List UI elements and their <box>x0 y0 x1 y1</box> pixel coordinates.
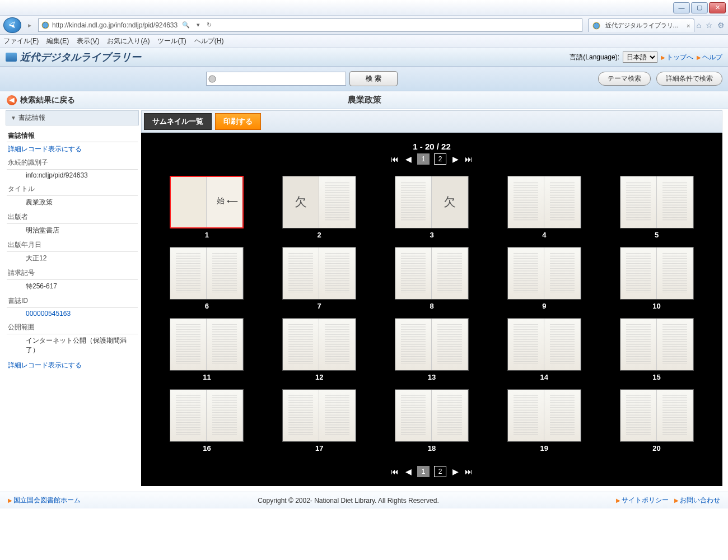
thumbnail-image[interactable] <box>282 389 356 442</box>
thumbnail-item[interactable]: 欠 2 <box>272 176 367 239</box>
prev-page-button[interactable]: ◀ <box>404 155 413 164</box>
search-button[interactable]: 検 索 <box>349 71 397 86</box>
sidebar-section-header[interactable]: ▼ 書誌情報 <box>6 110 139 125</box>
thumbnail-item[interactable]: 5 <box>609 176 704 239</box>
tab-thumbnail[interactable]: サムネイル一覧 <box>144 113 212 130</box>
thumbnail-item[interactable]: 始⟵ 1 <box>159 176 255 239</box>
meta-value: 農業政策 <box>7 196 138 211</box>
thumbnail-item[interactable]: 14 <box>496 318 592 381</box>
address-bar[interactable]: http://kindai.ndl.go.jp/info:ndljp/pid/9… <box>38 18 582 32</box>
back-to-results-link[interactable]: ◀ 検索結果に戻る <box>7 95 75 105</box>
browser-tab[interactable]: 近代デジタルライブラリ... × <box>588 18 694 32</box>
thumbnail-item[interactable]: 7 <box>272 247 367 310</box>
thumbnail-item[interactable]: 11 <box>159 318 255 381</box>
thumbnail-item[interactable]: 10 <box>609 247 704 310</box>
last-page-button[interactable]: ⏭ <box>464 467 473 476</box>
meta-value[interactable]: 000000545163 <box>7 308 138 321</box>
page-right <box>544 390 581 441</box>
thumbnail-item[interactable]: 8 <box>384 247 480 310</box>
thumbnail-image[interactable] <box>170 389 244 442</box>
thumbnail-item[interactable]: 6 <box>159 247 255 310</box>
thumbnail-image[interactable]: 欠 <box>282 176 356 228</box>
meta-value: 特256-617 <box>7 280 138 295</box>
thumbnail-image[interactable] <box>507 176 581 228</box>
prev-page-button[interactable]: ◀ <box>404 467 413 476</box>
tab-close-button[interactable]: × <box>687 22 690 29</box>
browser-back-button[interactable]: ⮘ <box>3 17 21 33</box>
thumbnail-item[interactable]: 4 <box>496 176 592 239</box>
page-right <box>207 390 243 441</box>
advanced-search-button[interactable]: 詳細条件で検索 <box>656 72 722 86</box>
thumbnail-item[interactable]: 12 <box>272 318 367 381</box>
addr-dropdown-icon[interactable]: ▾ <box>194 21 202 29</box>
window-maximize-button[interactable]: ▢ <box>691 2 708 13</box>
theme-search-button[interactable]: テーマ検索 <box>598 72 651 86</box>
thumbnail-item[interactable]: 16 <box>159 389 255 452</box>
next-page-button[interactable]: ▶ <box>451 155 460 164</box>
thumbnail-image[interactable] <box>620 247 694 300</box>
thumbnail-image[interactable] <box>620 176 694 228</box>
thumbnail-item[interactable]: 18 <box>384 389 480 452</box>
site-logo[interactable]: 近代デジタルライブラリー <box>6 50 141 64</box>
thumbnail-image[interactable] <box>170 247 244 300</box>
tab-print[interactable]: 印刷する <box>215 113 261 130</box>
thumbnail-item[interactable]: 19 <box>496 389 592 452</box>
thumbnail-image[interactable] <box>170 318 244 371</box>
menu-item[interactable]: ファイル(F) <box>3 36 39 46</box>
ndl-home-link[interactable]: ▶国立国会図書館ホーム <box>8 496 81 505</box>
last-page-button[interactable]: ⏭ <box>464 155 473 164</box>
thumbnail-image[interactable] <box>620 389 694 442</box>
thumbnail-image[interactable] <box>395 318 469 371</box>
page-right <box>319 248 356 299</box>
thumbnail-image[interactable] <box>282 247 356 300</box>
thumbnail-item[interactable]: 欠 3 <box>384 176 480 239</box>
detail-record-link-bottom[interactable]: 詳細レコード表示にする <box>7 358 138 372</box>
thumbnail-image[interactable] <box>395 247 469 300</box>
page-number-button[interactable]: 2 <box>434 466 446 477</box>
page-left <box>508 390 544 441</box>
menu-item[interactable]: 表示(V) <box>77 36 99 46</box>
thumbnail-image[interactable] <box>507 318 581 371</box>
help-link[interactable]: ▶ヘルプ <box>697 53 722 62</box>
tools-icon[interactable]: ⚙ <box>717 21 725 30</box>
menu-item[interactable]: ツール(T) <box>157 36 186 46</box>
thumbnail-number: 18 <box>428 444 436 452</box>
thumbnail-image[interactable]: 始⟵ <box>170 176 244 228</box>
language-select[interactable]: 日本語 <box>623 52 657 63</box>
window-close-button[interactable]: ✕ <box>709 2 726 13</box>
thumbnail-image[interactable] <box>282 318 356 371</box>
refresh-button[interactable]: ↻ <box>204 21 214 29</box>
thumbnail-item[interactable]: 9 <box>496 247 592 310</box>
search-input[interactable] <box>206 72 346 86</box>
browser-forward-button[interactable]: ▸ <box>24 19 36 31</box>
top-link[interactable]: ▶トップへ <box>661 53 693 62</box>
menu-item[interactable]: 編集(E) <box>46 36 69 46</box>
site-title: 近代デジタルライブラリー <box>20 50 141 64</box>
first-page-button[interactable]: ⏮ <box>390 155 399 164</box>
page-number-button[interactable]: 2 <box>434 153 446 165</box>
thumbnail-image[interactable]: 欠 <box>395 176 469 228</box>
menu-item[interactable]: ヘルプ(H) <box>194 36 224 46</box>
home-icon[interactable]: ⌂ <box>697 21 701 30</box>
thumbnail-item[interactable]: 20 <box>609 389 704 452</box>
page-number-button[interactable]: 1 <box>417 153 430 165</box>
thumbnail-item[interactable]: 15 <box>609 318 704 381</box>
thumbnail-item[interactable]: 13 <box>384 318 480 381</box>
menu-item[interactable]: お気に入り(A) <box>107 36 150 46</box>
first-page-button[interactable]: ⏮ <box>390 467 399 476</box>
thumbnail-image[interactable] <box>507 247 581 300</box>
window-minimize-button[interactable]: — <box>673 2 690 13</box>
site-policy-link[interactable]: ▶サイトポリシー <box>616 496 669 505</box>
thumbnail-image[interactable] <box>507 389 581 442</box>
thumbnail-number: 19 <box>540 444 548 452</box>
meta-value: info:ndljp/pid/924633 <box>7 170 138 183</box>
thumbnail-image[interactable] <box>620 318 694 371</box>
page-number-button[interactable]: 1 <box>417 466 430 477</box>
favorites-icon[interactable]: ☆ <box>706 21 713 30</box>
thumbnail-item[interactable]: 17 <box>272 389 367 452</box>
detail-record-link-top[interactable]: 詳細レコード表示にする <box>7 142 138 156</box>
thumbnail-image[interactable] <box>395 389 469 442</box>
contact-link[interactable]: ▶お問い合わせ <box>674 496 720 505</box>
next-page-button[interactable]: ▶ <box>451 467 460 476</box>
page-left <box>395 248 432 299</box>
